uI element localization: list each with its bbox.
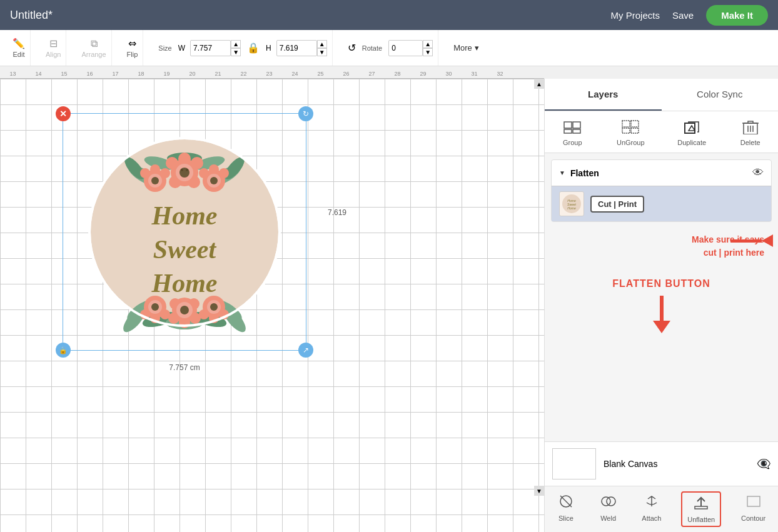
header: Untitled* My Projects Save Make It [0, 0, 778, 30]
ruler-tick: 27 [359, 71, 385, 77]
flip-section: ⇔ Flip [122, 30, 144, 66]
arrow-head-down [653, 321, 670, 333]
scroll-down-btn[interactable]: ▼ [534, 486, 544, 496]
tab-layers[interactable]: Layers [545, 79, 662, 111]
bottom-section: Blank Canvas 👁‍🗨 Slice Weld [545, 441, 778, 532]
ruler-tick: 24 [282, 71, 308, 77]
lock-handle[interactable]: 🔒 [56, 343, 71, 358]
ruler-tick: 26 [333, 71, 359, 77]
width-up-btn[interactable]: ▲ [231, 40, 241, 48]
edit-section: ✏️ Edit [8, 30, 31, 66]
edit-label[interactable]: Edit [13, 51, 25, 58]
ruler-tick: 25 [308, 71, 333, 77]
weld-tool[interactable]: Weld [595, 491, 622, 527]
ruler-tick: 32 [487, 71, 513, 77]
ruler-tick: 17 [103, 71, 128, 77]
blank-canvas-thumbnail [552, 448, 596, 479]
slice-tool[interactable]: Slice [552, 491, 580, 527]
flatten-header[interactable]: ▼ Flatten 👁 [552, 160, 771, 186]
make-it-button[interactable]: Make It [706, 5, 768, 26]
unflatten-label: Unflatten [687, 516, 715, 523]
align-label: Align [46, 51, 61, 58]
ruler-tick: 30 [436, 71, 462, 77]
flatten-label: Flatten [570, 168, 599, 178]
width-input[interactable] [190, 40, 231, 56]
unflatten-tool[interactable]: Unflatten [681, 491, 721, 527]
contour-tool[interactable]: Contour [736, 491, 770, 527]
flatten-group: ▼ Flatten 👁 Home Sweet Home [551, 159, 772, 222]
rotate-down-btn[interactable]: ▼ [423, 48, 433, 56]
eye-icon[interactable]: 👁 [752, 166, 764, 179]
svg-rect-67 [622, 128, 630, 133]
red-arrow-annotation [730, 234, 773, 247]
ruler-tick: 13 [0, 71, 26, 77]
arrow-body [730, 239, 762, 243]
size-label: Size [158, 44, 171, 52]
duplicate-icon [680, 118, 703, 136]
delete-tool[interactable]: Delete [739, 118, 762, 146]
selection-box[interactable]: ✕ ↻ 🔒 ↗ 7.757 cm 7.619 [63, 113, 306, 351]
close-handle[interactable]: ✕ [56, 106, 71, 121]
ungroup-label: UnGroup [617, 139, 645, 146]
flatten-title: ▼ Flatten [559, 168, 599, 178]
rotate-up-btn[interactable]: ▲ [423, 40, 433, 48]
ruler-tick: 16 [77, 71, 103, 77]
app-title: Untitled* [10, 9, 53, 22]
my-projects-link[interactable]: My Projects [611, 10, 660, 21]
ungroup-tool[interactable]: UnGroup [617, 118, 645, 146]
more-button[interactable]: More ▾ [453, 43, 479, 53]
height-input[interactable] [276, 40, 317, 56]
size-section: Size W ▲ ▼ 🔒 H ▲ ▼ [153, 30, 332, 66]
save-link[interactable]: Save [672, 10, 694, 21]
svg-rect-66 [631, 121, 639, 127]
attach-icon [643, 494, 660, 512]
main-layout: Home Sweet Home ✕ ↻ 🔒 ↗ 7.757 cm 7.619 L… [0, 79, 778, 532]
ruler-tick: 15 [51, 71, 77, 77]
flip-label[interactable]: Flip [127, 51, 138, 58]
tab-color-sync[interactable]: Color Sync [662, 79, 779, 111]
group-tool[interactable]: Group [561, 118, 584, 146]
blank-canvas-row: Blank Canvas 👁‍🗨 [545, 442, 778, 486]
scroll-up-btn[interactable]: ▲ [534, 79, 544, 89]
height-down-btn[interactable]: ▼ [317, 48, 327, 56]
svg-rect-61 [564, 122, 572, 128]
svg-rect-65 [622, 121, 630, 127]
svg-rect-62 [573, 122, 580, 128]
svg-point-82 [607, 497, 615, 506]
align-section: ⊟ Align [41, 30, 66, 66]
ruler-tick: 21 [205, 71, 231, 77]
canvas-area[interactable]: Home Sweet Home ✕ ↻ 🔒 ↗ 7.757 cm 7.619 [0, 79, 544, 532]
group-label: Group [563, 139, 582, 146]
weld-icon [600, 494, 617, 512]
chevron-icon: ▼ [559, 169, 565, 176]
svg-rect-83 [695, 506, 707, 509]
ruler: 13 14 15 16 17 18 19 20 21 22 23 24 25 2… [0, 66, 544, 79]
attach-tool[interactable]: Attach [637, 491, 666, 527]
layer-thumbnail: Home Sweet Home [559, 191, 584, 216]
ruler-tick: 18 [128, 71, 154, 77]
duplicate-label: Duplicate [677, 139, 706, 146]
svg-rect-84 [747, 496, 760, 506]
svg-rect-63 [564, 129, 572, 133]
down-arrow [653, 296, 670, 333]
svg-point-81 [602, 497, 610, 506]
visibility-icon[interactable]: 👁‍🗨 [757, 457, 770, 471]
group-icon [561, 118, 584, 136]
duplicate-tool[interactable]: Duplicate [677, 118, 706, 146]
height-up-btn[interactable]: ▲ [317, 40, 327, 48]
unflatten-icon [692, 495, 710, 513]
rotate-section: ↺ Rotate ▲ ▼ [343, 30, 438, 66]
dimension-height: 7.619 [328, 208, 346, 217]
contour-icon [745, 494, 762, 512]
rotate-handle[interactable]: ↻ [298, 106, 313, 121]
width-down-btn[interactable]: ▼ [231, 48, 241, 56]
scale-handle[interactable]: ↗ [298, 343, 313, 358]
attach-label: Attach [642, 514, 661, 522]
layer-item[interactable]: Home Sweet Home Cut | Print [552, 186, 771, 221]
ruler-tick: 31 [462, 71, 487, 77]
cut-print-badge: Cut | Print [590, 196, 644, 213]
toolbar: ✏️ Edit ⊟ Align ⧉ Arrange ⇔ Flip Size W … [0, 30, 778, 66]
rotate-input[interactable] [388, 40, 423, 56]
ruler-tick: 14 [26, 71, 51, 77]
arrange-section: ⧉ Arrange [76, 30, 111, 66]
